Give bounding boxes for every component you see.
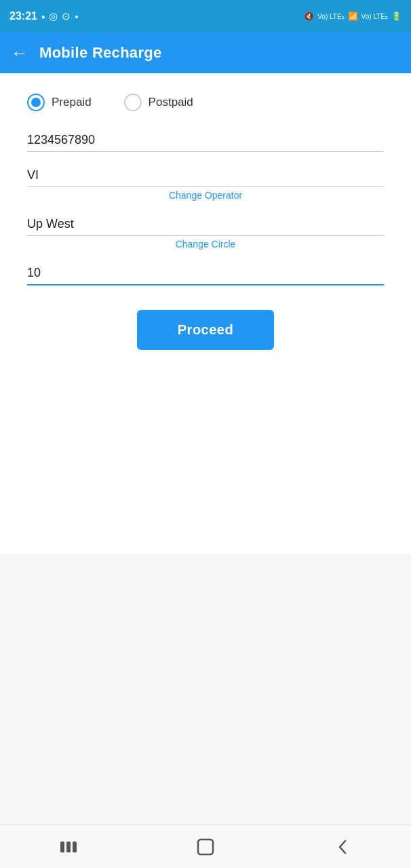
svg-rect-0 bbox=[60, 842, 64, 852]
postpaid-radio[interactable]: Postpaid bbox=[124, 94, 193, 111]
dot-icon: • bbox=[75, 11, 78, 22]
operator-group: VI Change Operator bbox=[27, 168, 384, 201]
status-bar: 23:21 ▪ ◎ ⊙ • 🔇 Vo) LTE₁ 📶 Vo) LTE₂ 🔋 bbox=[0, 0, 411, 33]
clock-icon: ⊙ bbox=[62, 10, 71, 22]
change-circle-link[interactable]: Change Circle bbox=[27, 239, 384, 250]
nav-back-button[interactable] bbox=[329, 833, 356, 861]
app-bar: ← Mobile Recharge bbox=[0, 33, 411, 73]
postpaid-label: Postpaid bbox=[149, 96, 193, 109]
menu-icon bbox=[59, 840, 78, 854]
svg-rect-3 bbox=[198, 840, 213, 854]
status-bar-left: 23:21 ▪ ◎ ⊙ • bbox=[9, 10, 79, 22]
nav-home-button[interactable] bbox=[192, 833, 219, 861]
battery-icon: 🔋 bbox=[391, 12, 402, 21]
vol-off-icon: 🔇 bbox=[304, 12, 314, 21]
lte1-icon: Vo) LTE₁ bbox=[317, 13, 344, 20]
phone-number-underline bbox=[27, 151, 384, 152]
payment-type-group: Prepaid Postpaid bbox=[27, 94, 384, 111]
change-operator-link[interactable]: Change Operator bbox=[27, 190, 384, 201]
circle-underline bbox=[27, 235, 384, 236]
lte2-icon: Vo) LTE₂ bbox=[361, 13, 388, 20]
status-time: 23:21 bbox=[9, 10, 37, 22]
prepaid-radio[interactable]: Prepaid bbox=[27, 94, 92, 111]
prepaid-radio-circle[interactable] bbox=[27, 94, 45, 111]
nav-bar bbox=[0, 825, 411, 868]
camera-icon: ▪ bbox=[41, 11, 45, 22]
status-bar-right: 🔇 Vo) LTE₁ 📶 Vo) LTE₂ 🔋 bbox=[304, 12, 402, 21]
prepaid-label: Prepaid bbox=[52, 96, 92, 109]
nav-menu-button[interactable] bbox=[55, 833, 82, 861]
back-nav-icon bbox=[336, 838, 349, 856]
back-button[interactable]: ← bbox=[11, 43, 28, 64]
home-icon bbox=[197, 838, 214, 856]
amount-underline bbox=[27, 284, 384, 285]
proceed-button[interactable]: Proceed bbox=[137, 310, 274, 350]
operator-underline bbox=[27, 186, 384, 187]
circle-value: Up West bbox=[27, 217, 384, 235]
signal-icon: 📶 bbox=[348, 12, 358, 21]
whatsapp-icon: ◎ bbox=[49, 10, 58, 22]
circle-group: Up West Change Circle bbox=[27, 217, 384, 250]
page-title: Mobile Recharge bbox=[39, 44, 162, 62]
postpaid-radio-circle[interactable] bbox=[124, 94, 142, 111]
main-content: Prepaid Postpaid 1234567890 VI Change Op… bbox=[0, 73, 411, 553]
amount-group: 10 bbox=[27, 266, 384, 285]
operator-value: VI bbox=[27, 168, 384, 186]
svg-rect-1 bbox=[66, 842, 71, 852]
content-spacer bbox=[0, 553, 411, 825]
phone-number-value: 1234567890 bbox=[27, 133, 384, 151]
phone-number-group: 1234567890 bbox=[27, 133, 384, 152]
amount-value: 10 bbox=[27, 266, 384, 284]
svg-rect-2 bbox=[73, 842, 77, 852]
